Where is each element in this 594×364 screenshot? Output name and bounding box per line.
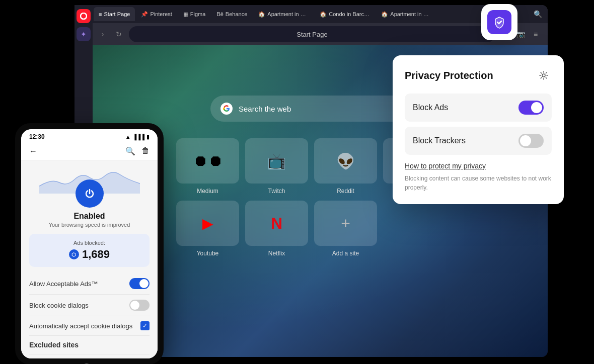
- allow-ads-toggle[interactable]: [129, 278, 150, 289]
- dial-add[interactable]: + Add a site: [314, 201, 377, 257]
- twitch-icon[interactable]: 📺: [245, 138, 308, 184]
- dial-label-add: Add a site: [332, 250, 359, 257]
- tab-bar: ≡ Start Page 📌 Pinterest ▦ Figma Bē Beha…: [75, 5, 548, 23]
- mobile-phone: 12:30 ▲ ▐▐▐ ▮ ← 🔍 🗑: [15, 123, 164, 364]
- tab-apt1[interactable]: 🏠 Apartment in Barc...: [253, 7, 314, 21]
- search-bar[interactable]: Search the web: [210, 96, 412, 122]
- allow-ads-label: Allow Acceptable Ads™: [29, 280, 98, 288]
- block-cookie-row: Block cookie dialogs: [29, 295, 150, 316]
- mobile-back-button[interactable]: ←: [29, 147, 37, 156]
- address-bar[interactable]: Start Page: [129, 26, 495, 42]
- dial-label-twitch: Twitch: [268, 188, 285, 195]
- opera-icon[interactable]: [77, 9, 91, 23]
- popup-title: Privacy Protection: [405, 70, 493, 81]
- dial-youtube[interactable]: ▶ Youtube: [176, 201, 239, 257]
- tab-favicon: ▦: [183, 11, 188, 18]
- auto-cookie-checkbox[interactable]: ✓: [140, 321, 150, 330]
- tab-label: Condo in Barcelon...: [329, 11, 370, 17]
- tab-label: Pinterest: [150, 11, 172, 17]
- auto-cookie-row: Automatically accept cookie dialogs ✓: [29, 316, 150, 336]
- tab-apt2[interactable]: 🏠 Apartment in Bar...: [376, 7, 436, 21]
- block-ads-row: Block Ads: [405, 94, 552, 122]
- add-site-icon[interactable]: +: [314, 201, 377, 246]
- power-section: Enabled Your browsing speed is improved: [29, 168, 150, 228]
- status-icons: ▲ ▐▐▐ ▮: [125, 134, 150, 140]
- enabled-text: Enabled: [73, 212, 105, 221]
- block-trackers-row: Block Trackers: [405, 127, 552, 155]
- wifi-icon: ▲: [125, 134, 131, 140]
- ads-blocked-count: ⬡ 1,689: [37, 248, 141, 261]
- tab-favicon: 🏠: [381, 11, 388, 18]
- svg-point-1: [81, 13, 87, 19]
- dial-label-medium: Medium: [197, 188, 218, 195]
- youtube-icon[interactable]: ▶: [176, 201, 239, 246]
- auto-cookie-label: Automatically accept cookie dialogs: [29, 322, 132, 330]
- address-bar-row: ‹ › ↻ Start Page ⬇ 📷 ≡: [75, 23, 548, 45]
- mobile-delete-icon[interactable]: 🗑: [141, 146, 150, 156]
- block-ads-label: Block Ads: [413, 103, 448, 112]
- excluded-sites-label: Excluded sites: [29, 336, 150, 354]
- power-icon[interactable]: [76, 179, 104, 208]
- tab-favicon: 🏠: [258, 11, 265, 18]
- tab-favicon: Bē: [216, 11, 223, 17]
- dial-netflix[interactable]: N Netflix: [245, 201, 308, 257]
- adblock-icon: ⬡: [69, 249, 79, 259]
- mobile-header: ← 🔍 🗑: [21, 142, 158, 160]
- tab-figma[interactable]: ▦ Figma: [178, 7, 211, 21]
- ads-blocked-label: Ads blocked:: [37, 240, 141, 246]
- tab-pinterest[interactable]: 📌 Pinterest: [136, 7, 177, 21]
- tab-condo[interactable]: 🏠 Condo in Barcelon...: [315, 7, 375, 21]
- tab-label: Start Page: [104, 11, 130, 17]
- block-ads-toggle[interactable]: [518, 101, 544, 115]
- dial-reddit[interactable]: 👽 Reddit: [314, 138, 377, 195]
- mobile-body: Enabled Your browsing speed is improved …: [21, 160, 158, 358]
- dial-twitch[interactable]: 📺 Twitch: [245, 138, 308, 195]
- tab-label: Behance: [226, 11, 247, 17]
- tab-favicon: 🏠: [320, 11, 327, 18]
- forward-button[interactable]: ›: [97, 28, 109, 40]
- address-text: Start Page: [296, 31, 327, 38]
- search-tab-icon[interactable]: 🔍: [532, 8, 544, 20]
- allow-ads-row: Allow Acceptable Ads™: [29, 273, 150, 295]
- mobile-header-icons: 🔍 🗑: [125, 146, 150, 156]
- mobile-nav-bar: [21, 358, 158, 364]
- netflix-icon[interactable]: N: [245, 201, 308, 246]
- medium-icon[interactable]: ⏺⏺: [176, 138, 239, 184]
- settings-gear-button[interactable]: [536, 67, 552, 83]
- tab-behance[interactable]: Bē Behance: [211, 7, 252, 21]
- search-text: Search the web: [239, 105, 291, 113]
- svg-point-2: [542, 74, 545, 77]
- mobile-search-icon[interactable]: 🔍: [125, 146, 135, 156]
- sidebar-ai-icon[interactable]: ✦: [77, 27, 91, 41]
- block-cookie-label: Block cookie dialogs: [29, 302, 89, 309]
- signal-icon: ▐▐▐: [133, 134, 144, 140]
- shield-inner: [487, 10, 511, 34]
- block-cookie-toggle[interactable]: [129, 300, 150, 311]
- privacy-shield-button[interactable]: [481, 4, 517, 40]
- enabled-sub: Your browsing speed is improved: [49, 222, 130, 228]
- battery-icon: ▮: [146, 134, 150, 140]
- dial-label-netflix: Netflix: [268, 250, 285, 257]
- reddit-icon[interactable]: 👽: [314, 138, 377, 184]
- privacy-popup: Privacy Protection Block Ads Block Track…: [393, 55, 564, 204]
- block-trackers-toggle[interactable]: [518, 134, 544, 148]
- ads-blocked-card: Ads blocked: ⬡ 1,689: [29, 234, 150, 267]
- dial-medium[interactable]: ⏺⏺ Medium: [176, 138, 239, 195]
- tab-favicon: ≡: [99, 11, 102, 17]
- menu-icon[interactable]: ≡: [530, 28, 542, 40]
- tab-start-page[interactable]: ≡ Start Page: [94, 7, 135, 21]
- tab-label: Figma: [190, 11, 206, 17]
- popup-header: Privacy Protection: [405, 67, 552, 83]
- info-section-1: i Why should I use the ad blocker? When …: [29, 354, 150, 358]
- mobile-screen: 12:30 ▲ ▐▐▐ ▮ ← 🔍 🗑: [21, 129, 158, 358]
- dial-label-reddit: Reddit: [337, 188, 354, 195]
- privacy-note: Blocking content can cause some websites…: [405, 174, 552, 192]
- dial-label-youtube: Youtube: [197, 250, 219, 257]
- tab-label: Apartment in Barc...: [267, 11, 309, 17]
- browser-chrome: ≡ Start Page 📌 Pinterest ▦ Figma Bē Beha…: [75, 5, 548, 45]
- status-time: 12:30: [29, 133, 45, 140]
- block-trackers-label: Block Trackers: [413, 136, 466, 145]
- mobile-status-bar: 12:30 ▲ ▐▐▐ ▮: [21, 129, 158, 142]
- privacy-link[interactable]: How to protect my privacy: [405, 162, 552, 170]
- reload-button[interactable]: ↻: [113, 28, 125, 40]
